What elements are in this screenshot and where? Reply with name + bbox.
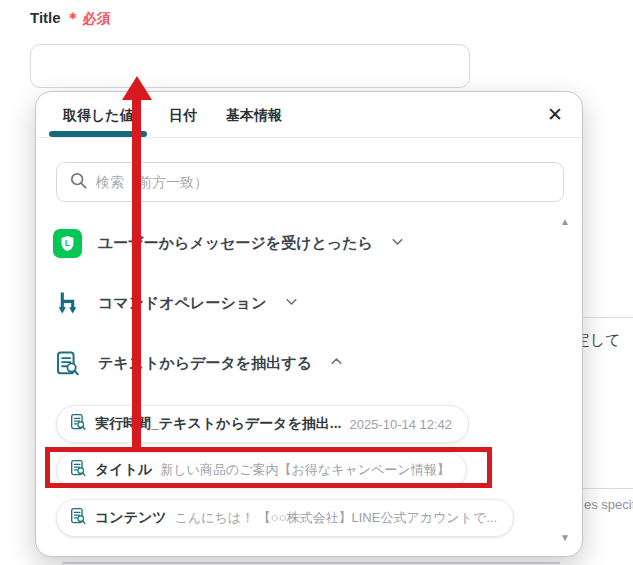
group-label: テキストからデータを抽出する [98,354,312,373]
screen: Title＊必須 タイトル 新しい商品のご案内... ✕ 設定して es spe… [0,0,633,565]
chevron-down-icon [389,233,406,254]
group-label: コマンドオペレーション [98,294,267,313]
field-label-row: Title＊必須 [30,9,111,28]
search-icon [69,171,88,194]
variable-item-execution-time[interactable]: 実行時間_テキストからデータを抽出... 2025-10-14 12:42 [56,405,469,443]
variable-item-title[interactable]: タイトル 新しい商品のご案内【お得なキャンペーン情報】 [56,452,467,488]
group-message-trigger[interactable]: L ユーザーからメッセージを受けとったら [53,229,406,258]
scroll-down-arrow[interactable]: ▼ [560,532,570,543]
command-operation-icon [53,291,82,316]
variable-name: タイトル [95,461,152,479]
extract-text-doc-icon [69,507,87,529]
group-command-operation[interactable]: コマンドオペレーション [53,291,300,316]
tab-acquired-values[interactable]: 取得した値 [63,107,134,125]
variable-value: 2025-10-14 12:42 [349,417,452,432]
background-clipped-text: es specif [584,497,633,512]
extract-text-doc-icon [69,459,87,481]
tabs-divider [36,137,582,138]
scroll-up-arrow[interactable]: ▲ [560,216,570,227]
group-extract-text[interactable]: テキストからデータを抽出する [53,350,345,377]
variable-picker-popup: 取得した値 日付 基本情報 ✕ L ユーザーからメッセージを受けとったら [35,91,583,557]
variable-name: コンテンツ [95,509,167,527]
svg-text:L: L [65,238,71,248]
title-input-field[interactable]: タイトル 新しい商品のご案内... ✕ [30,44,470,88]
background-divider [575,488,633,489]
chevron-down-icon [283,293,300,314]
variable-value: 新しい商品のご案内【お得なキャンペーン情報】 [160,461,449,479]
required-asterisk: ＊ [66,9,81,26]
tab-date[interactable]: 日付 [169,107,197,125]
extract-text-doc-icon [69,413,87,435]
line-message-trigger-icon: L [53,229,82,258]
search-box[interactable] [56,162,564,202]
variable-item-content[interactable]: コンテンツ こんにちは！ 【○○株式会社】LINE公式アカウントで... [56,499,514,537]
group-label: ユーザーからメッセージを受けとったら [98,234,373,253]
background-element-edge [62,562,560,564]
search-input[interactable] [96,174,551,190]
extract-text-doc-icon [53,350,82,377]
variable-value: こんにちは！ 【○○株式会社】LINE公式アカウントで... [175,509,497,527]
popup-close-icon[interactable]: ✕ [544,103,566,125]
background-divider [575,317,633,318]
required-badge: 必須 [83,10,111,26]
field-label: Title [30,9,61,26]
variable-name: 実行時間_テキストからデータを抽出... [95,415,341,433]
chevron-up-icon [328,353,345,374]
tab-basic-info[interactable]: 基本情報 [226,107,282,125]
